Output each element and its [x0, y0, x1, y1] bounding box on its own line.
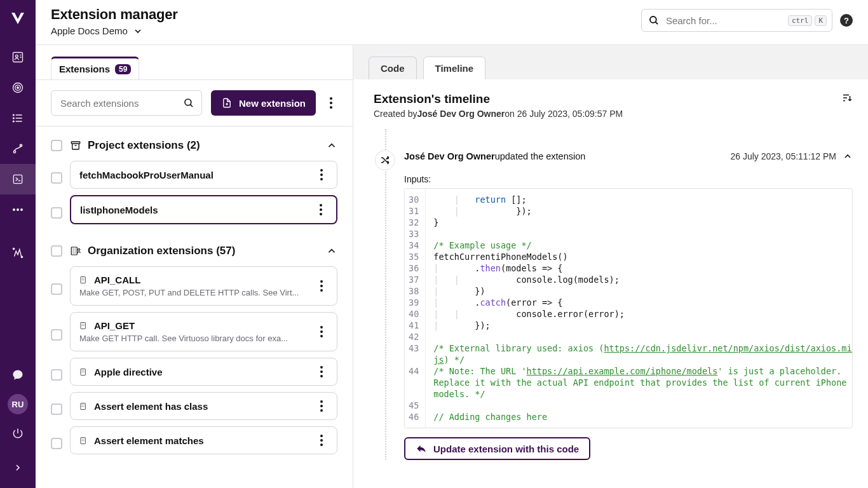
project-name: Apple Docs Demo: [51, 25, 128, 36]
svg-rect-24: [81, 403, 86, 409]
chevron-up-icon: [843, 151, 853, 161]
card-menu[interactable]: [315, 435, 328, 446]
global-search[interactable]: ctrl K: [641, 9, 832, 32]
extension-card[interactable]: API_CALL Make GET, POST, PUT and DELETE …: [70, 266, 337, 306]
svg-point-11: [13, 208, 15, 211]
chevron-down-icon: [133, 26, 143, 36]
reply-icon: [416, 443, 427, 454]
svg-point-7: [13, 121, 15, 122]
update-extension-button[interactable]: Update extension with this code: [404, 437, 590, 460]
chevron-up-icon: [326, 245, 337, 257]
section-org-extensions[interactable]: Organization extensions (57): [70, 245, 337, 257]
kbd-hint: ctrl K: [788, 15, 827, 26]
extension-card[interactable]: fetchMacbookProUserManual: [70, 161, 337, 189]
search-icon: [183, 97, 194, 109]
rail-item-people[interactable]: [0, 42, 36, 72]
ext-checkbox[interactable]: [51, 329, 62, 341]
page-header: Extension manager Apple Docs Demo ctrl K…: [36, 0, 868, 45]
tab-extensions[interactable]: Extensions 59: [51, 57, 139, 79]
svg-point-4: [17, 87, 19, 89]
svg-point-6: [13, 118, 15, 119]
rail-item-ai[interactable]: [0, 238, 36, 268]
page-title: Extension manager: [51, 6, 178, 23]
archive-icon: [70, 140, 81, 151]
org-badge-icon: [79, 436, 89, 445]
extension-card[interactable]: Assert element has class: [70, 392, 337, 420]
extension-card[interactable]: Apple directive: [70, 358, 337, 386]
tab-timeline[interactable]: Timeline: [423, 57, 486, 79]
card-menu[interactable]: [315, 204, 327, 215]
project-switcher[interactable]: Apple Docs Demo: [51, 25, 178, 36]
extension-card[interactable]: API_GET Make GET HTTP call. See Virtuoso…: [70, 312, 337, 351]
ext-checkbox[interactable]: [51, 172, 62, 184]
code-content[interactable]: | return []; | }); } /* Example usage */…: [426, 189, 852, 428]
sort-icon[interactable]: [841, 92, 853, 104]
rail-item-route[interactable]: [0, 133, 36, 164]
card-menu[interactable]: [315, 366, 328, 377]
org-badge-icon: [79, 275, 89, 285]
chevron-up-icon: [326, 140, 337, 151]
ext-checkbox[interactable]: [51, 207, 62, 219]
global-search-input[interactable]: [665, 15, 788, 27]
event-timestamp: 26 July 2023, 05:11:12 PM: [730, 151, 836, 161]
extension-card[interactable]: Assert element matches: [70, 426, 337, 454]
svg-point-20: [78, 248, 80, 250]
card-menu[interactable]: [315, 280, 328, 292]
user-avatar[interactable]: RU: [8, 394, 28, 414]
help-icon[interactable]: ?: [840, 14, 853, 27]
extensions-panel: Extensions 59 New extension: [36, 45, 353, 488]
svg-point-1: [15, 55, 18, 57]
select-all-org-checkbox[interactable]: [51, 245, 62, 257]
org-badge-icon: [79, 321, 89, 330]
svg-rect-18: [71, 142, 80, 144]
svg-point-14: [13, 248, 14, 249]
svg-rect-23: [81, 369, 86, 375]
search-icon: [648, 15, 660, 26]
toolbar-overflow-menu[interactable]: [325, 97, 337, 109]
rail-item-extensions[interactable]: [0, 164, 36, 194]
svg-point-13: [20, 208, 23, 211]
svg-point-17: [185, 99, 191, 105]
card-menu[interactable]: [315, 169, 328, 180]
ext-checkbox[interactable]: [51, 438, 62, 449]
rail-item-power[interactable]: [0, 418, 36, 449]
ext-checkbox[interactable]: [51, 283, 62, 295]
rail-item-chat[interactable]: [0, 360, 36, 390]
inputs-label: Inputs:: [404, 174, 853, 184]
file-plus-icon: [221, 97, 233, 109]
svg-rect-25: [81, 437, 86, 444]
code-diff-block: 3031323334353637383940414243444546 | ret…: [404, 188, 853, 428]
detail-panel: Code Timeline Extension's timeline Creat…: [353, 45, 868, 488]
svg-point-12: [17, 208, 19, 211]
extension-card-selected[interactable]: listIphoneModels: [70, 195, 337, 224]
section-project-extensions[interactable]: Project extensions (2): [70, 139, 337, 152]
tab-code[interactable]: Code: [369, 57, 417, 79]
rail-item-goals[interactable]: [0, 72, 36, 103]
extensions-count-pill: 59: [115, 64, 131, 74]
org-icon: [70, 245, 81, 257]
app-nav-rail: RU: [0, 0, 36, 488]
org-badge-icon: [79, 367, 89, 377]
svg-rect-21: [81, 277, 86, 283]
svg-point-15: [21, 256, 22, 257]
rail-item-expand[interactable]: [0, 452, 36, 483]
rail-item-list[interactable]: [0, 103, 36, 133]
rail-item-more[interactable]: [0, 194, 36, 225]
brand-logo: [9, 9, 27, 27]
shuffle-icon: [375, 150, 395, 170]
svg-rect-19: [71, 247, 77, 255]
svg-point-5: [13, 114, 15, 116]
ext-checkbox[interactable]: [51, 369, 62, 381]
org-badge-icon: [79, 402, 89, 411]
timeline-created-meta: Created by José Dev Org Owner on 26 July…: [374, 109, 841, 119]
card-menu[interactable]: [315, 400, 328, 412]
timeline-event-header[interactable]: José Dev Org Owner updated the extension…: [404, 151, 853, 161]
svg-rect-22: [81, 323, 86, 329]
timeline-title: Extension's timeline: [374, 92, 841, 106]
select-all-project-checkbox[interactable]: [51, 140, 62, 151]
card-menu[interactable]: [315, 326, 328, 337]
ext-checkbox[interactable]: [51, 403, 62, 415]
new-extension-button[interactable]: New extension: [211, 90, 316, 116]
extensions-search-input[interactable]: [51, 90, 202, 116]
line-gutter: 3031323334353637383940414243444546: [405, 189, 426, 428]
